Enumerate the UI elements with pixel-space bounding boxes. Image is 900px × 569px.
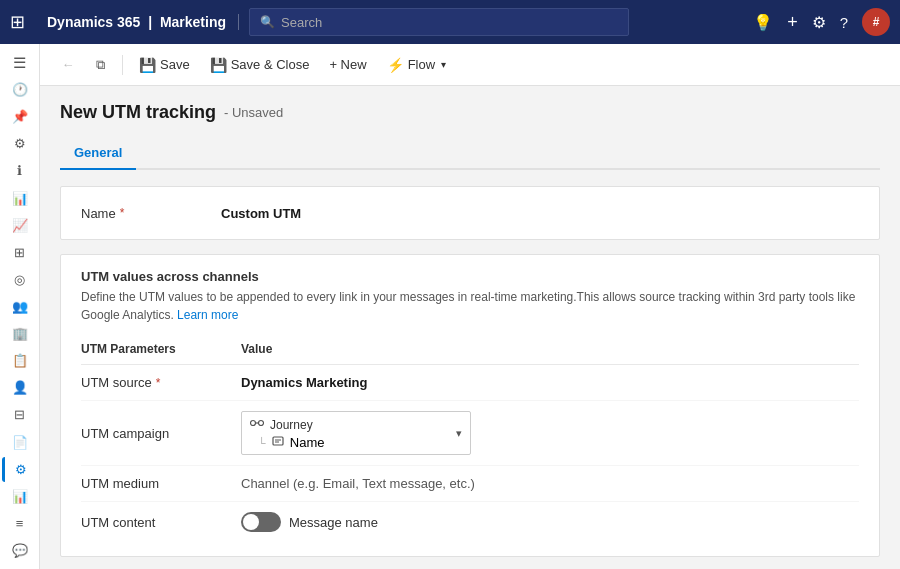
page-title: New UTM tracking: [60, 102, 216, 123]
utm-content-toggle-label: Message name: [289, 515, 378, 530]
utm-content-toggle-container: Message name: [241, 512, 378, 532]
name-field-icon: [272, 435, 284, 450]
dropdown-journey-row: Journey: [250, 416, 450, 433]
lightbulb-icon[interactable]: 💡: [753, 13, 773, 32]
sidebar-item-info[interactable]: ℹ: [2, 158, 38, 183]
utm-medium-label: UTM medium: [81, 476, 241, 491]
sidebar-item-settings[interactable]: ⚙: [2, 131, 38, 156]
sidebar-item-grid[interactable]: ⊞: [2, 240, 38, 265]
utm-row-medium: UTM medium Channel (e.g. Email, Text mes…: [81, 466, 859, 502]
toggle-thumb: [243, 514, 259, 530]
sidebar-item-accounts[interactable]: 🏢: [2, 321, 38, 346]
svg-rect-3: [273, 437, 283, 445]
search-icon: 🔍: [260, 15, 275, 29]
save-button[interactable]: 💾 Save: [131, 53, 198, 77]
journey-icon: [250, 416, 264, 433]
search-bar[interactable]: 🔍: [249, 8, 629, 36]
help-icon[interactable]: ?: [840, 14, 848, 31]
dropdown-name-row: └ Name: [258, 435, 450, 450]
user-avatar[interactable]: #: [862, 8, 890, 36]
utm-source-required: *: [156, 376, 161, 390]
utm-row-campaign: UTM campaign: [81, 401, 859, 466]
add-icon[interactable]: +: [787, 12, 798, 33]
sidebar-item-messages[interactable]: 💬: [2, 538, 38, 563]
toolbar: ← ⧉ 💾 Save 💾 Save & Close + New ⚡ Flow ▾: [40, 44, 900, 86]
utm-campaign-dropdown[interactable]: Journey └: [241, 411, 471, 455]
back-button[interactable]: ←: [54, 51, 82, 79]
name-form-row: Name * Custom UTM: [61, 187, 879, 239]
dropdown-content: Journey └: [250, 416, 450, 450]
save-icon: 💾: [139, 57, 156, 73]
flow-icon: ⚡: [387, 57, 404, 73]
utm-content-toggle[interactable]: [241, 512, 281, 532]
name-value[interactable]: Custom UTM: [221, 206, 301, 221]
sidebar: ☰ 🕐 📌 ⚙ ℹ 📊 📈 ⊞ ◎ 👥 🏢 📋 👤 ⊟ 📄 ⚙ 📊 ≡ 💬: [0, 44, 40, 569]
tree-line-icon: └: [258, 437, 266, 449]
sidebar-item-chart[interactable]: 📊: [2, 186, 38, 211]
sidebar-item-docs[interactable]: 📄: [2, 430, 38, 455]
top-nav: ⊞ Dynamics 365 | Marketing 🔍 💡 + ⚙ ? #: [0, 0, 900, 44]
name-form-card: Name * Custom UTM: [60, 186, 880, 240]
page-title-row: New UTM tracking - Unsaved: [60, 102, 880, 123]
new-button[interactable]: + New: [321, 53, 374, 76]
sidebar-item-recent[interactable]: 🕐: [2, 77, 38, 102]
dropdown-journey-label: Journey: [270, 418, 313, 432]
utm-row-source: UTM source * Dynamics Marketing: [81, 365, 859, 401]
grid-menu-icon[interactable]: ⊞: [10, 11, 25, 33]
settings-icon[interactable]: ⚙: [812, 13, 826, 32]
restore-button[interactable]: ⧉: [86, 51, 114, 79]
utm-source-label: UTM source *: [81, 375, 241, 390]
main-layout: ☰ 🕐 📌 ⚙ ℹ 📊 📈 ⊞ ◎ 👥 🏢 📋 👤 ⊟ 📄 ⚙ 📊 ≡ 💬 ← …: [0, 44, 900, 569]
tab-general[interactable]: General: [60, 137, 136, 170]
sidebar-item-list2[interactable]: ≡: [2, 511, 38, 536]
utm-col-value-header: Value: [241, 342, 272, 356]
utm-medium-value: Channel (e.g. Email, Text message, etc.): [241, 476, 475, 491]
dropdown-name-label: Name: [290, 435, 325, 450]
unsaved-badge: - Unsaved: [224, 105, 283, 120]
save-close-icon: 💾: [210, 57, 227, 73]
search-input[interactable]: [281, 15, 618, 30]
name-label: Name *: [81, 206, 221, 221]
toolbar-separator: [122, 55, 123, 75]
sidebar-item-lists[interactable]: 📋: [2, 348, 38, 373]
sidebar-item-contacts[interactable]: 👥: [2, 294, 38, 319]
utm-row-content: UTM content Message name: [81, 502, 859, 542]
dropdown-chevron-icon: ▾: [456, 427, 462, 440]
utm-section: UTM values across channels Define the UT…: [60, 254, 880, 557]
nav-actions: 💡 + ⚙ ? #: [753, 8, 890, 36]
sidebar-item-linechart[interactable]: 📈: [2, 213, 38, 238]
brand-label: Dynamics 365 | Marketing: [35, 14, 239, 30]
flow-chevron-icon: ▾: [441, 59, 446, 70]
sidebar-item-cog[interactable]: ⚙: [2, 457, 38, 482]
page-content: New UTM tracking - Unsaved General Name …: [40, 86, 900, 569]
learn-more-link[interactable]: Learn more: [177, 308, 238, 322]
utm-section-title: UTM values across channels: [81, 269, 859, 284]
sidebar-item-menu[interactable]: ☰: [2, 50, 38, 75]
sidebar-item-circle[interactable]: ◎: [2, 267, 38, 292]
save-close-button[interactable]: 💾 Save & Close: [202, 53, 318, 77]
utm-campaign-label: UTM campaign: [81, 426, 241, 441]
svg-point-1: [259, 421, 264, 426]
content-area: ← ⧉ 💾 Save 💾 Save & Close + New ⚡ Flow ▾: [40, 44, 900, 569]
required-indicator: *: [120, 206, 125, 220]
sidebar-item-pin[interactable]: 📌: [2, 104, 38, 129]
flow-button[interactable]: ⚡ Flow ▾: [379, 53, 454, 77]
utm-content-label: UTM content: [81, 515, 241, 530]
utm-header-row: UTM Parameters Value: [81, 338, 859, 365]
utm-col-param-header: UTM Parameters: [81, 342, 241, 356]
sidebar-item-reports[interactable]: 📊: [2, 484, 38, 509]
utm-section-desc: Define the UTM values to be appended to …: [81, 288, 859, 324]
svg-point-0: [251, 421, 256, 426]
utm-source-value[interactable]: Dynamics Marketing: [241, 375, 367, 390]
sidebar-item-people[interactable]: 👤: [2, 375, 38, 400]
sidebar-item-apps[interactable]: ⊟: [2, 402, 38, 427]
tabs: General: [60, 137, 880, 170]
